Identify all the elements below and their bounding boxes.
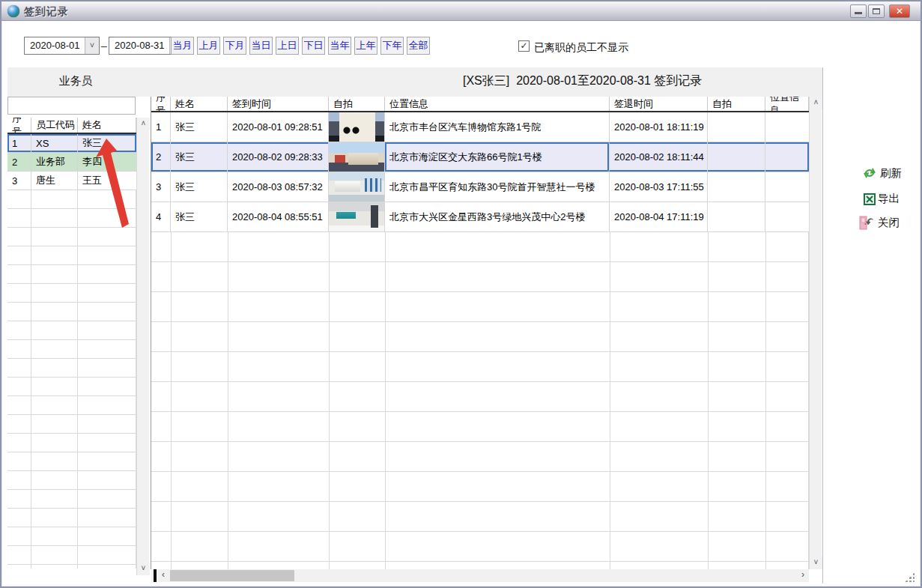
col-header-code: 员工代码 bbox=[31, 118, 78, 133]
resize-grip[interactable] bbox=[905, 572, 915, 582]
record-row[interactable]: 1 张三 2020-08-01 09:28:51 北京市丰台区汽车博物馆东路1号… bbox=[151, 112, 809, 142]
cell-name: 张三 bbox=[171, 112, 228, 142]
cell-checkin-selfie[interactable] bbox=[329, 112, 385, 142]
exit-door-icon bbox=[858, 213, 876, 231]
export-button[interactable]: 导出 bbox=[864, 192, 900, 206]
employee-panel-title: 业务员 bbox=[7, 74, 144, 88]
app-window: 签到记录 ✕ 2020-08-01 ˅ – 2020-08-31 ˅ 当月 上月… bbox=[0, 0, 922, 588]
cell-checkout-location bbox=[765, 112, 809, 142]
maximize-icon bbox=[873, 8, 880, 14]
col-header-no: 序号 bbox=[7, 118, 31, 133]
maximize-button[interactable] bbox=[868, 4, 885, 18]
employee-row[interactable]: 3 唐生 王五 bbox=[7, 172, 136, 190]
employee-row[interactable]: 2 业务部 李四 bbox=[7, 153, 136, 172]
record-row[interactable]: 4 张三 2020-08-04 08:55:51 北京市大兴区金星西路3号绿地兴… bbox=[151, 202, 809, 232]
button-prev-month[interactable]: 上月 bbox=[197, 37, 220, 55]
selfie-photo[interactable] bbox=[329, 142, 384, 172]
refresh-icon bbox=[861, 165, 878, 181]
cell-name: 张三 bbox=[78, 134, 136, 152]
button-prev-day[interactable]: 上日 bbox=[276, 37, 299, 55]
cell-checkin-location: 北京市大兴区金星西路3号绿地兴茂中心2号楼 bbox=[385, 202, 610, 231]
record-row-selected[interactable]: 2 张三 2020-08-02 09:28:33 北京市海淀区交大东路66号院1… bbox=[151, 142, 809, 172]
button-current-year[interactable]: 当年 bbox=[328, 37, 351, 55]
button-all[interactable]: 全部 bbox=[407, 37, 430, 55]
button-current-month[interactable]: 当月 bbox=[171, 37, 194, 55]
date-from-combobox[interactable]: 2020-08-01 ˅ bbox=[24, 37, 100, 55]
record-row[interactable]: 3 张三 2020-08-03 08:57:32 北京市昌平区育知东路30号院首… bbox=[151, 172, 809, 202]
cell-checkin-selfie[interactable] bbox=[329, 202, 385, 231]
col-header-no: 序号 bbox=[151, 97, 171, 111]
employee-filter-box[interactable] bbox=[7, 97, 136, 115]
selfie-photo[interactable] bbox=[329, 172, 384, 201]
cell-name: 张三 bbox=[171, 142, 228, 172]
export-label: 导出 bbox=[878, 192, 900, 206]
cell-name: 李四 bbox=[78, 153, 136, 171]
cell-code: 唐生 bbox=[31, 172, 78, 190]
close-icon: ✕ bbox=[896, 6, 903, 16]
close-window-label: 关闭 bbox=[878, 216, 900, 230]
cell-no: 1 bbox=[151, 112, 171, 142]
close-button[interactable]: ✕ bbox=[889, 4, 910, 18]
scroll-down-icon[interactable]: ˅ bbox=[810, 557, 822, 569]
records-table-vscrollbar[interactable]: ˄ ˅ bbox=[809, 97, 822, 569]
employee-table-header: 序号 员工代码 姓名 bbox=[7, 118, 136, 134]
cell-code: XS bbox=[31, 134, 78, 152]
cell-checkin-location-focused[interactable]: 北京市海淀区交大东路66号院1号楼 bbox=[385, 142, 610, 172]
button-prev-year[interactable]: 上年 bbox=[354, 37, 377, 55]
scroll-up-icon[interactable]: ˄ bbox=[810, 97, 822, 109]
cell-code: 业务部 bbox=[31, 153, 78, 171]
cell-name: 张三 bbox=[171, 172, 228, 201]
cell-no: 2 bbox=[151, 142, 171, 172]
scroll-down-icon[interactable]: ˅ bbox=[137, 563, 150, 575]
cell-checkout-location bbox=[765, 142, 809, 172]
cell-checkout-selfie bbox=[708, 172, 765, 201]
selfie-photo[interactable] bbox=[329, 202, 384, 231]
col-header-name: 姓名 bbox=[78, 118, 136, 133]
button-next-year[interactable]: 下年 bbox=[380, 37, 404, 55]
col-header-checkout-time: 签退时间 bbox=[610, 97, 708, 111]
cell-no: 2 bbox=[7, 153, 31, 171]
selfie-photo[interactable] bbox=[329, 112, 384, 142]
cell-checkin-selfie[interactable] bbox=[329, 172, 385, 201]
panel-separator-line bbox=[822, 67, 823, 584]
scroll-right-icon[interactable]: › bbox=[797, 569, 809, 582]
date-range-dash: – bbox=[101, 40, 107, 52]
cell-checkin-location: 北京市昌平区育知东路30号院首开智慧社一号楼 bbox=[385, 172, 610, 201]
hide-resigned-checkbox[interactable]: ✓ bbox=[518, 40, 530, 52]
app-globe-icon bbox=[7, 5, 19, 17]
hscrollbar-thumb[interactable] bbox=[170, 570, 294, 581]
scroll-up-icon[interactable]: ˄ bbox=[137, 118, 150, 130]
col-header-name: 姓名 bbox=[171, 97, 228, 111]
cell-name: 张三 bbox=[171, 202, 228, 231]
cell-checkin-selfie[interactable] bbox=[329, 142, 385, 172]
employee-table-vscrollbar[interactable]: ˄ ˅ bbox=[136, 118, 149, 575]
cell-checkout-selfie bbox=[708, 202, 765, 231]
button-current-day[interactable]: 当日 bbox=[249, 37, 273, 55]
button-next-day[interactable]: 下日 bbox=[302, 37, 325, 55]
cell-checkout-time: 2020-08-04 17:11:19 bbox=[610, 202, 708, 231]
cell-checkin-time: 2020-08-03 08:57:32 bbox=[228, 172, 329, 201]
col-header-checkin-time: 签到时间 bbox=[228, 97, 329, 111]
cell-checkin-location: 北京市丰台区汽车博物馆东路1号院 bbox=[385, 112, 610, 142]
refresh-button[interactable]: 刷新 bbox=[861, 165, 902, 181]
date-to-value: 2020-08-31 bbox=[109, 37, 169, 54]
close-window-button[interactable]: 关闭 bbox=[858, 213, 900, 231]
cell-checkout-selfie bbox=[708, 142, 765, 172]
employee-table-empty-area bbox=[7, 190, 136, 569]
scroll-left-icon[interactable]: ‹ bbox=[157, 569, 169, 582]
col-header-checkin-selfie: 自拍 bbox=[329, 97, 385, 111]
cell-no: 3 bbox=[151, 172, 171, 201]
minimize-icon bbox=[855, 12, 862, 14]
button-next-month[interactable]: 下月 bbox=[223, 37, 246, 55]
date-from-dropdown-icon[interactable]: ˅ bbox=[85, 37, 99, 54]
employee-row-selected[interactable]: 1 XS 张三 bbox=[7, 134, 136, 153]
records-table-hscrollbar[interactable]: ‹ › bbox=[151, 569, 809, 582]
minimize-button[interactable] bbox=[850, 4, 867, 18]
cell-checkout-location bbox=[765, 172, 809, 201]
cell-checkin-time: 2020-08-01 09:28:51 bbox=[228, 112, 329, 142]
col-header-checkin-location: 位置信息 bbox=[385, 97, 610, 111]
hide-resigned-label: 已离职的员工不显示 bbox=[534, 41, 628, 55]
titlebar[interactable]: 签到记录 ✕ bbox=[1, 1, 921, 21]
cell-no: 4 bbox=[151, 202, 171, 231]
col-header-checkout-location: 位置信息 bbox=[765, 97, 809, 111]
